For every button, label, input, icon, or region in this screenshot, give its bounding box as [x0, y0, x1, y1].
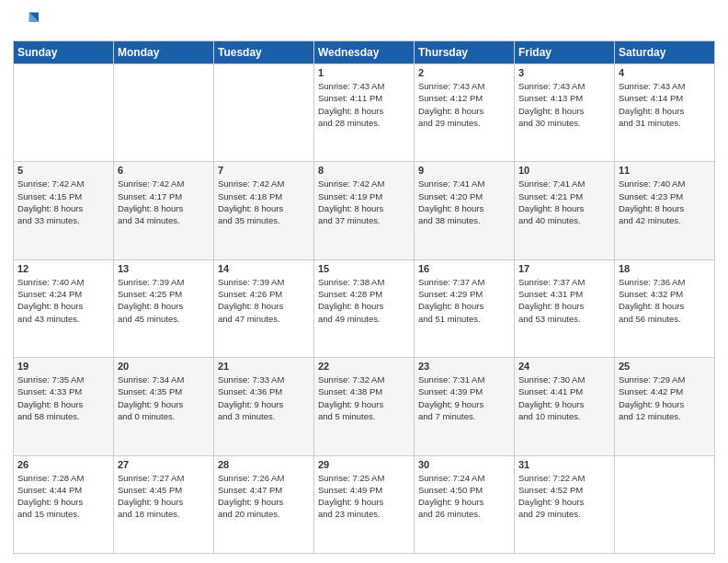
day-info: Sunrise: 7:24 AM Sunset: 4:50 PM Dayligh…: [418, 472, 510, 521]
day-info: Sunrise: 7:40 AM Sunset: 4:24 PM Dayligh…: [17, 276, 109, 325]
day-number: 14: [218, 263, 310, 274]
day-number: 27: [118, 459, 210, 470]
calendar-cell: 4Sunrise: 7:43 AM Sunset: 4:14 PM Daylig…: [615, 64, 715, 162]
day-info: Sunrise: 7:42 AM Sunset: 4:15 PM Dayligh…: [17, 178, 109, 226]
day-info: Sunrise: 7:27 AM Sunset: 4:45 PM Dayligh…: [118, 472, 210, 521]
calendar-cell: 29Sunrise: 7:25 AM Sunset: 4:49 PM Dayli…: [314, 455, 415, 553]
weekday-header-thursday: Thursday: [415, 41, 515, 64]
day-number: 31: [518, 459, 610, 470]
day-number: 19: [17, 361, 109, 372]
calendar-cell: 24Sunrise: 7:30 AM Sunset: 4:41 PM Dayli…: [515, 358, 615, 455]
calendar-cell: 7Sunrise: 7:42 AM Sunset: 4:18 PM Daylig…: [214, 162, 314, 259]
calendar-cell: 15Sunrise: 7:38 AM Sunset: 4:28 PM Dayli…: [314, 259, 415, 357]
day-number: 3: [518, 67, 610, 78]
day-number: 5: [17, 165, 109, 176]
day-info: Sunrise: 7:37 AM Sunset: 4:31 PM Dayligh…: [518, 276, 610, 325]
day-number: 20: [118, 361, 210, 372]
day-info: Sunrise: 7:33 AM Sunset: 4:36 PM Dayligh…: [218, 373, 310, 422]
day-number: 6: [118, 165, 210, 176]
day-number: 12: [17, 263, 109, 274]
day-info: Sunrise: 7:37 AM Sunset: 4:29 PM Dayligh…: [418, 276, 510, 325]
day-info: Sunrise: 7:35 AM Sunset: 4:33 PM Dayligh…: [17, 373, 109, 422]
day-number: 7: [218, 165, 310, 176]
week-row-1: 1Sunrise: 7:43 AM Sunset: 4:11 PM Daylig…: [14, 64, 715, 162]
day-number: 23: [418, 361, 510, 372]
calendar-cell: 19Sunrise: 7:35 AM Sunset: 4:33 PM Dayli…: [14, 358, 114, 455]
calendar-cell: 30Sunrise: 7:24 AM Sunset: 4:50 PM Dayli…: [415, 455, 515, 553]
calendar-cell: 25Sunrise: 7:29 AM Sunset: 4:42 PM Dayli…: [615, 358, 715, 455]
weekday-header-tuesday: Tuesday: [214, 41, 314, 64]
calendar-cell: 8Sunrise: 7:42 AM Sunset: 4:19 PM Daylig…: [314, 162, 415, 259]
calendar-table: SundayMondayTuesdayWednesdayThursdayFrid…: [13, 40, 715, 554]
calendar-cell: 23Sunrise: 7:31 AM Sunset: 4:39 PM Dayli…: [415, 358, 515, 455]
calendar-cell: 10Sunrise: 7:41 AM Sunset: 4:21 PM Dayli…: [515, 162, 615, 259]
calendar-cell: [214, 64, 314, 162]
day-info: Sunrise: 7:42 AM Sunset: 4:19 PM Dayligh…: [318, 178, 410, 226]
day-info: Sunrise: 7:43 AM Sunset: 4:11 PM Dayligh…: [318, 80, 410, 129]
day-number: 4: [619, 67, 711, 78]
day-number: 30: [418, 459, 510, 470]
day-number: 13: [118, 263, 210, 274]
weekday-header-saturday: Saturday: [615, 41, 715, 64]
calendar-cell: 13Sunrise: 7:39 AM Sunset: 4:25 PM Dayli…: [114, 259, 214, 357]
day-number: 17: [518, 263, 610, 274]
calendar-cell: 22Sunrise: 7:32 AM Sunset: 4:38 PM Dayli…: [314, 358, 415, 455]
day-number: 28: [218, 459, 310, 470]
calendar-cell: 6Sunrise: 7:42 AM Sunset: 4:17 PM Daylig…: [114, 162, 214, 259]
calendar-cell: 28Sunrise: 7:26 AM Sunset: 4:47 PM Dayli…: [214, 455, 314, 553]
day-number: 8: [318, 165, 410, 176]
calendar-cell: 14Sunrise: 7:39 AM Sunset: 4:26 PM Dayli…: [214, 259, 314, 357]
weekday-header-wednesday: Wednesday: [314, 41, 415, 64]
calendar-cell: 21Sunrise: 7:33 AM Sunset: 4:36 PM Dayli…: [214, 358, 314, 455]
day-number: 21: [218, 361, 310, 372]
day-number: 1: [318, 67, 410, 78]
day-number: 11: [619, 165, 711, 176]
day-info: Sunrise: 7:26 AM Sunset: 4:47 PM Dayligh…: [218, 472, 310, 521]
calendar-cell: 12Sunrise: 7:40 AM Sunset: 4:24 PM Dayli…: [14, 259, 114, 357]
calendar-cell: [14, 64, 114, 162]
calendar-cell: 2Sunrise: 7:43 AM Sunset: 4:12 PM Daylig…: [415, 64, 515, 162]
logo-icon: [13, 9, 39, 35]
day-info: Sunrise: 7:43 AM Sunset: 4:13 PM Dayligh…: [518, 80, 610, 129]
calendar-cell: 31Sunrise: 7:22 AM Sunset: 4:52 PM Dayli…: [515, 455, 615, 553]
logo: [13, 9, 42, 35]
day-number: 16: [418, 263, 510, 274]
day-info: Sunrise: 7:43 AM Sunset: 4:12 PM Dayligh…: [418, 80, 510, 129]
day-info: Sunrise: 7:25 AM Sunset: 4:49 PM Dayligh…: [318, 472, 410, 521]
calendar-page: SundayMondayTuesdayWednesdayThursdayFrid…: [0, 0, 728, 563]
day-number: 9: [418, 165, 510, 176]
day-info: Sunrise: 7:28 AM Sunset: 4:44 PM Dayligh…: [17, 472, 109, 521]
calendar-cell: [615, 455, 715, 553]
day-info: Sunrise: 7:31 AM Sunset: 4:39 PM Dayligh…: [418, 373, 510, 422]
day-info: Sunrise: 7:22 AM Sunset: 4:52 PM Dayligh…: [518, 472, 610, 521]
day-number: 18: [619, 263, 711, 274]
calendar-cell: 17Sunrise: 7:37 AM Sunset: 4:31 PM Dayli…: [515, 259, 615, 357]
week-row-3: 12Sunrise: 7:40 AM Sunset: 4:24 PM Dayli…: [14, 259, 715, 357]
day-info: Sunrise: 7:32 AM Sunset: 4:38 PM Dayligh…: [318, 373, 410, 422]
day-info: Sunrise: 7:39 AM Sunset: 4:26 PM Dayligh…: [218, 276, 310, 325]
calendar-cell: 20Sunrise: 7:34 AM Sunset: 4:35 PM Dayli…: [114, 358, 214, 455]
week-row-4: 19Sunrise: 7:35 AM Sunset: 4:33 PM Dayli…: [14, 358, 715, 455]
day-info: Sunrise: 7:42 AM Sunset: 4:17 PM Dayligh…: [118, 178, 210, 226]
day-info: Sunrise: 7:30 AM Sunset: 4:41 PM Dayligh…: [518, 373, 610, 422]
day-number: 29: [318, 459, 410, 470]
day-info: Sunrise: 7:42 AM Sunset: 4:18 PM Dayligh…: [218, 178, 310, 226]
weekday-header-monday: Monday: [114, 41, 214, 64]
calendar-cell: 11Sunrise: 7:40 AM Sunset: 4:23 PM Dayli…: [615, 162, 715, 259]
day-info: Sunrise: 7:29 AM Sunset: 4:42 PM Dayligh…: [619, 373, 711, 422]
weekday-header-row: SundayMondayTuesdayWednesdayThursdayFrid…: [14, 41, 715, 64]
calendar-cell: 3Sunrise: 7:43 AM Sunset: 4:13 PM Daylig…: [515, 64, 615, 162]
day-number: 2: [418, 67, 510, 78]
week-row-5: 26Sunrise: 7:28 AM Sunset: 4:44 PM Dayli…: [14, 455, 715, 553]
day-number: 22: [318, 361, 410, 372]
calendar-cell: 27Sunrise: 7:27 AM Sunset: 4:45 PM Dayli…: [114, 455, 214, 553]
week-row-2: 5Sunrise: 7:42 AM Sunset: 4:15 PM Daylig…: [14, 162, 715, 259]
calendar-cell: 9Sunrise: 7:41 AM Sunset: 4:20 PM Daylig…: [415, 162, 515, 259]
calendar-header: [13, 9, 715, 35]
calendar-cell: 18Sunrise: 7:36 AM Sunset: 4:32 PM Dayli…: [615, 259, 715, 357]
day-info: Sunrise: 7:38 AM Sunset: 4:28 PM Dayligh…: [318, 276, 410, 325]
day-number: 15: [318, 263, 410, 274]
day-info: Sunrise: 7:39 AM Sunset: 4:25 PM Dayligh…: [118, 276, 210, 325]
day-number: 24: [518, 361, 610, 372]
day-number: 10: [518, 165, 610, 176]
